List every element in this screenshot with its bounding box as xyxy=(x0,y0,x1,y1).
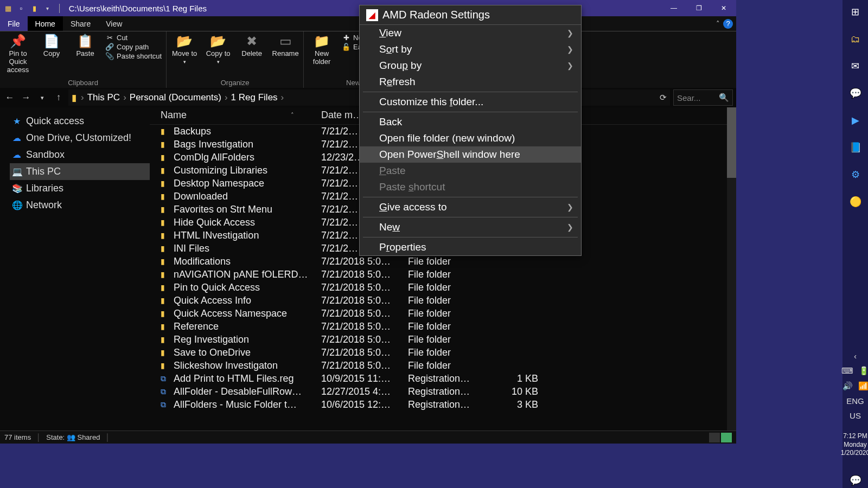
start-button[interactable]: ⊞ xyxy=(848,4,863,20)
ribbon-collapse-icon[interactable]: ˄ xyxy=(716,20,720,28)
minimize-button[interactable]: — xyxy=(661,0,686,16)
pasteshortcut-button[interactable]: 📎Paste shortcut xyxy=(103,52,164,60)
file-name: Save to OneDrive xyxy=(174,347,321,358)
copypath-button[interactable]: 🔗Copy path xyxy=(103,43,164,51)
tray-input-icon[interactable]: ⌨ xyxy=(841,366,853,376)
chevron-right-icon[interactable]: › xyxy=(81,92,84,103)
file-row[interactable]: ⧉AllFolder - DesableFullRow…12/27/2015 4… xyxy=(150,385,736,398)
navpane-item[interactable]: ☁Sandbox xyxy=(10,146,150,163)
navpane-item[interactable]: 🌐Network xyxy=(10,197,150,214)
taskbar-settings-icon[interactable]: ⚙ xyxy=(848,167,863,182)
tab-view[interactable]: View xyxy=(98,16,130,31)
file-row[interactable]: ▮Save to OneDrive7/21/2018 5:0…File fold… xyxy=(150,346,736,359)
taskbar-chat-icon[interactable]: 💬 xyxy=(848,86,863,101)
close-button[interactable]: ✕ xyxy=(711,0,736,16)
tray-expand-icon[interactable]: ‹ xyxy=(854,351,857,361)
qat-dropdown-icon[interactable]: ▾ xyxy=(42,3,52,13)
qat-folder-icon[interactable]: ▮ xyxy=(29,3,39,13)
search-input[interactable]: Sear... 🔍 xyxy=(673,89,733,106)
newfolder-button[interactable]: 📁New folder xyxy=(306,33,337,66)
context-menu-item[interactable]: Group by❯ xyxy=(360,57,581,74)
context-menu-item[interactable]: Properties xyxy=(360,239,581,255)
file-row[interactable]: ⧉AllFolders - Music Folder t…10/6/2015 1… xyxy=(150,398,736,411)
context-menu-item[interactable]: Back xyxy=(360,114,581,130)
copy-button[interactable]: 📄Copy xyxy=(36,33,67,58)
view-icons-button[interactable] xyxy=(721,433,732,442)
file-size: 1 KB xyxy=(500,373,538,384)
context-menu-item[interactable]: New❯ xyxy=(360,219,581,235)
copy-icon: 📄 xyxy=(43,34,60,49)
context-menu[interactable]: ◢ AMD Radeon Settings View❯Sort by❯Group… xyxy=(359,5,582,256)
tray-wifi-icon[interactable]: 📶 xyxy=(858,381,869,391)
file-row[interactable]: ▮nAVIGATION pANE fOLERD…7/21/2018 5:0…Fi… xyxy=(150,268,736,281)
taskbar-clock[interactable]: 7:12 PM Monday 1/20/2020 xyxy=(841,432,868,461)
file-date: 7/21/2018 5:0… xyxy=(321,308,408,319)
sort-asc-icon[interactable]: ˄ xyxy=(291,112,321,119)
file-row[interactable]: ▮Quick Access Namespace7/21/2018 5:0…Fil… xyxy=(150,307,736,320)
refresh-button[interactable]: ⟳ xyxy=(660,93,667,102)
paste-button[interactable]: 📋Paste xyxy=(69,33,101,58)
tray-region[interactable]: US xyxy=(850,411,861,420)
crumb-thispc[interactable]: This PC xyxy=(87,92,120,103)
moveto-button[interactable]: 📂Move to▾ xyxy=(169,33,200,65)
navpane-item[interactable]: 📚Libraries xyxy=(10,180,150,197)
tray-language[interactable]: ENG xyxy=(846,396,864,406)
qat-save-icon[interactable]: ▫ xyxy=(16,3,26,13)
pin-quickaccess-button[interactable]: 📌Pin to Quick access xyxy=(2,33,34,74)
navpane-item[interactable]: ★Quick access xyxy=(10,113,150,130)
file-row[interactable]: ▮Reg Investigation7/21/2018 5:0…File fol… xyxy=(150,333,736,346)
chevron-right-icon[interactable]: › xyxy=(123,92,126,103)
file-row[interactable]: ⧉Add Print to HTML Files.reg10/9/2015 11… xyxy=(150,372,736,385)
taskbar-notes-icon[interactable]: 📘 xyxy=(848,140,863,155)
tray-volume-icon[interactable]: 🔊 xyxy=(843,381,853,391)
nav-back-button[interactable]: ← xyxy=(3,91,16,104)
file-row[interactable]: ▮Reference7/21/2018 5:0…File folder xyxy=(150,320,736,333)
help-icon[interactable]: ? xyxy=(723,19,733,29)
maximize-button[interactable]: ❐ xyxy=(686,0,711,16)
view-details-button[interactable] xyxy=(709,433,720,442)
navpane-item[interactable]: 💻This PC xyxy=(10,163,150,180)
context-menu-item[interactable]: View❯ xyxy=(360,25,581,41)
taskbar[interactable]: ⊞ 🗂 ✉ 💬 ▶ 📘 ⚙ 🟡 ‹ ⌨🔋 🔊📶 ENG US 7:12 PM M… xyxy=(843,0,868,488)
file-row[interactable]: ▮Modifications7/21/2018 5:0…File folder xyxy=(150,255,736,268)
context-menu-item[interactable]: Open PowerShell window here xyxy=(360,146,581,163)
scrollbar-thumb[interactable] xyxy=(727,107,736,178)
chevron-right-icon[interactable]: › xyxy=(281,92,284,103)
taskbar-chrome-icon[interactable]: 🟡 xyxy=(848,194,863,209)
context-menu-item[interactable]: Customize this folder... xyxy=(360,94,581,110)
navpane-item[interactable]: ☁One Drive, CUstomized! xyxy=(10,130,150,146)
taskbar-mail-icon[interactable]: ✉ xyxy=(848,59,863,74)
delete-button[interactable]: ✖Delete xyxy=(236,33,267,58)
context-menu-item[interactable]: Refresh xyxy=(360,74,581,90)
file-name: ComDlg AllFolders xyxy=(174,152,321,163)
tray-battery-icon[interactable]: 🔋 xyxy=(859,366,868,376)
tab-home[interactable]: Home xyxy=(28,16,63,31)
cut-button[interactable]: ✂Cut xyxy=(103,34,164,42)
nav-history-button[interactable]: ▾ xyxy=(36,91,49,104)
rename-button[interactable]: ▭Rename xyxy=(270,33,301,58)
reg-icon: ⧉ xyxy=(161,387,170,396)
file-row[interactable]: ▮Slickeshow Investigaton7/21/2018 5:0…Fi… xyxy=(150,359,736,372)
nav-forward-button[interactable]: → xyxy=(20,91,33,104)
vertical-scrollbar[interactable] xyxy=(727,107,736,431)
tab-file[interactable]: File xyxy=(0,16,28,31)
system-tray[interactable]: ‹ ⌨🔋 🔊📶 ENG US xyxy=(841,351,868,420)
taskbar-powershell-icon[interactable]: ▶ xyxy=(848,113,863,128)
context-menu-item[interactable]: Open file folder (new window) xyxy=(360,130,581,146)
crumb-documents[interactable]: Personal (Documents) xyxy=(130,92,221,103)
context-menu-item[interactable]: Give access to❯ xyxy=(360,199,581,215)
action-center-icon[interactable]: 💬 xyxy=(848,473,863,488)
col-name[interactable]: Name xyxy=(161,110,187,121)
copyto-button[interactable]: 📂Copy to▾ xyxy=(202,33,234,65)
file-row[interactable]: ▮Quick Access Info7/21/2018 5:0…File fol… xyxy=(150,294,736,307)
file-row[interactable]: ▮Pin to Quick Access7/21/2018 5:0…File f… xyxy=(150,281,736,294)
folder-icon: ▮ xyxy=(161,361,170,370)
tab-share[interactable]: Share xyxy=(63,16,98,31)
crumb-regfiles[interactable]: 1 Reg Files xyxy=(231,92,278,103)
context-menu-separator xyxy=(363,197,578,197)
context-menu-header[interactable]: ◢ AMD Radeon Settings xyxy=(360,5,581,25)
context-menu-item[interactable]: Sort by❯ xyxy=(360,41,581,57)
taskbar-explorer-icon[interactable]: 🗂 xyxy=(848,31,863,47)
nav-up-button[interactable]: ↑ xyxy=(52,91,65,104)
chevron-right-icon[interactable]: › xyxy=(225,92,228,103)
